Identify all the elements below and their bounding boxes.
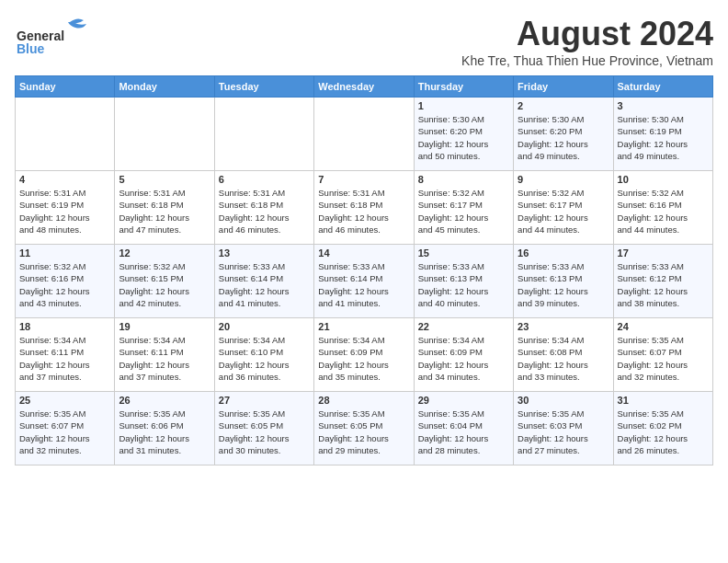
day-info: Sunrise: 5:33 AM Sunset: 6:14 PM Dayligh… <box>318 260 409 309</box>
calendar-week-3: 11Sunrise: 5:32 AM Sunset: 6:16 PM Dayli… <box>16 245 713 318</box>
day-info: Sunrise: 5:34 AM Sunset: 6:08 PM Dayligh… <box>518 334 609 383</box>
calendar-cell: 1Sunrise: 5:30 AM Sunset: 6:20 PM Daylig… <box>414 98 513 171</box>
day-info: Sunrise: 5:35 AM Sunset: 6:07 PM Dayligh… <box>618 334 709 383</box>
day-number: 16 <box>518 247 609 259</box>
day-number: 3 <box>618 100 709 111</box>
day-number: 23 <box>518 321 609 332</box>
calendar-cell <box>16 98 115 171</box>
day-info: Sunrise: 5:31 AM Sunset: 6:19 PM Dayligh… <box>19 187 110 236</box>
day-number: 29 <box>418 395 509 406</box>
day-info: Sunrise: 5:30 AM Sunset: 6:20 PM Dayligh… <box>518 113 609 162</box>
calendar-cell: 26Sunrise: 5:35 AM Sunset: 6:06 PM Dayli… <box>115 392 214 465</box>
logo-svg: General Blue <box>15 15 97 56</box>
page-header: General Blue August 2024 Khe Tre, Thua T… <box>15 15 713 68</box>
calendar-cell: 4Sunrise: 5:31 AM Sunset: 6:19 PM Daylig… <box>16 171 115 245</box>
svg-text:Blue: Blue <box>17 41 45 56</box>
day-number: 5 <box>119 174 210 185</box>
day-info: Sunrise: 5:35 AM Sunset: 6:02 PM Dayligh… <box>618 408 709 456</box>
calendar-header: SundayMondayTuesdayWednesdayThursdayFrid… <box>16 76 713 98</box>
calendar-cell: 12Sunrise: 5:32 AM Sunset: 6:15 PM Dayli… <box>115 245 214 318</box>
day-number: 26 <box>119 395 210 406</box>
day-number: 12 <box>119 247 210 259</box>
day-number: 24 <box>618 321 709 332</box>
calendar-cell: 28Sunrise: 5:35 AM Sunset: 6:05 PM Dayli… <box>314 392 414 465</box>
calendar-week-1: 1Sunrise: 5:30 AM Sunset: 6:20 PM Daylig… <box>16 98 713 171</box>
day-info: Sunrise: 5:35 AM Sunset: 6:07 PM Dayligh… <box>19 408 110 456</box>
calendar-cell: 7Sunrise: 5:31 AM Sunset: 6:18 PM Daylig… <box>314 171 414 245</box>
calendar-table: SundayMondayTuesdayWednesdayThursdayFrid… <box>15 75 713 465</box>
day-number: 13 <box>219 247 310 259</box>
calendar-cell <box>314 98 414 171</box>
logo: General Blue <box>15 15 97 56</box>
calendar-cell: 10Sunrise: 5:32 AM Sunset: 6:16 PM Dayli… <box>613 171 712 245</box>
weekday-header-row: SundayMondayTuesdayWednesdayThursdayFrid… <box>16 76 713 98</box>
calendar-cell <box>214 98 313 171</box>
calendar-cell: 8Sunrise: 5:32 AM Sunset: 6:17 PM Daylig… <box>414 171 513 245</box>
day-info: Sunrise: 5:35 AM Sunset: 6:03 PM Dayligh… <box>518 408 609 456</box>
day-info: Sunrise: 5:32 AM Sunset: 6:16 PM Dayligh… <box>19 260 110 309</box>
calendar-cell: 18Sunrise: 5:34 AM Sunset: 6:11 PM Dayli… <box>16 318 115 392</box>
day-number: 14 <box>318 247 409 259</box>
day-number: 18 <box>19 321 110 332</box>
day-info: Sunrise: 5:34 AM Sunset: 6:09 PM Dayligh… <box>418 334 509 383</box>
calendar-cell: 25Sunrise: 5:35 AM Sunset: 6:07 PM Dayli… <box>16 392 115 465</box>
calendar-week-5: 25Sunrise: 5:35 AM Sunset: 6:07 PM Dayli… <box>16 392 713 465</box>
calendar-cell: 30Sunrise: 5:35 AM Sunset: 6:03 PM Dayli… <box>514 392 613 465</box>
calendar-week-2: 4Sunrise: 5:31 AM Sunset: 6:19 PM Daylig… <box>16 171 713 245</box>
calendar-cell: 27Sunrise: 5:35 AM Sunset: 6:05 PM Dayli… <box>214 392 313 465</box>
day-info: Sunrise: 5:33 AM Sunset: 6:14 PM Dayligh… <box>219 260 310 309</box>
calendar-cell: 23Sunrise: 5:34 AM Sunset: 6:08 PM Dayli… <box>514 318 613 392</box>
day-number: 6 <box>219 174 310 185</box>
month-year-title: August 2024 <box>461 15 713 53</box>
weekday-header-thursday: Thursday <box>414 76 513 98</box>
calendar-week-4: 18Sunrise: 5:34 AM Sunset: 6:11 PM Dayli… <box>16 318 713 392</box>
calendar-cell: 29Sunrise: 5:35 AM Sunset: 6:04 PM Dayli… <box>414 392 513 465</box>
calendar-cell: 15Sunrise: 5:33 AM Sunset: 6:13 PM Dayli… <box>414 245 513 318</box>
day-info: Sunrise: 5:34 AM Sunset: 6:11 PM Dayligh… <box>19 334 110 383</box>
day-info: Sunrise: 5:34 AM Sunset: 6:11 PM Dayligh… <box>119 334 210 383</box>
day-number: 25 <box>19 395 110 406</box>
calendar-cell: 17Sunrise: 5:33 AM Sunset: 6:12 PM Dayli… <box>613 245 712 318</box>
calendar-cell: 20Sunrise: 5:34 AM Sunset: 6:10 PM Dayli… <box>214 318 313 392</box>
day-number: 30 <box>518 395 609 406</box>
weekday-header-monday: Monday <box>115 76 214 98</box>
day-info: Sunrise: 5:31 AM Sunset: 6:18 PM Dayligh… <box>318 187 409 236</box>
day-number: 21 <box>318 321 409 332</box>
day-number: 11 <box>19 247 110 259</box>
day-info: Sunrise: 5:32 AM Sunset: 6:17 PM Dayligh… <box>518 187 609 236</box>
day-info: Sunrise: 5:33 AM Sunset: 6:13 PM Dayligh… <box>418 260 509 309</box>
day-info: Sunrise: 5:35 AM Sunset: 6:05 PM Dayligh… <box>219 408 310 456</box>
day-number: 22 <box>418 321 509 332</box>
day-number: 19 <box>119 321 210 332</box>
day-number: 27 <box>219 395 310 406</box>
calendar-cell: 19Sunrise: 5:34 AM Sunset: 6:11 PM Dayli… <box>115 318 214 392</box>
weekday-header-sunday: Sunday <box>16 76 115 98</box>
calendar-cell: 14Sunrise: 5:33 AM Sunset: 6:14 PM Dayli… <box>314 245 414 318</box>
day-number: 10 <box>618 174 709 185</box>
calendar-cell <box>115 98 214 171</box>
day-info: Sunrise: 5:33 AM Sunset: 6:12 PM Dayligh… <box>618 260 709 309</box>
calendar-cell: 2Sunrise: 5:30 AM Sunset: 6:20 PM Daylig… <box>514 98 613 171</box>
day-info: Sunrise: 5:34 AM Sunset: 6:10 PM Dayligh… <box>219 334 310 383</box>
day-info: Sunrise: 5:31 AM Sunset: 6:18 PM Dayligh… <box>119 187 210 236</box>
day-number: 28 <box>318 395 409 406</box>
day-info: Sunrise: 5:32 AM Sunset: 6:17 PM Dayligh… <box>418 187 509 236</box>
weekday-header-tuesday: Tuesday <box>214 76 313 98</box>
day-info: Sunrise: 5:35 AM Sunset: 6:04 PM Dayligh… <box>418 408 509 456</box>
day-number: 15 <box>418 247 509 259</box>
calendar-cell: 21Sunrise: 5:34 AM Sunset: 6:09 PM Dayli… <box>314 318 414 392</box>
title-block: August 2024 Khe Tre, Thua Thien Hue Prov… <box>461 15 713 68</box>
calendar-cell: 5Sunrise: 5:31 AM Sunset: 6:18 PM Daylig… <box>115 171 214 245</box>
day-number: 4 <box>19 174 110 185</box>
calendar-body: 1Sunrise: 5:30 AM Sunset: 6:20 PM Daylig… <box>16 98 713 465</box>
day-info: Sunrise: 5:33 AM Sunset: 6:13 PM Dayligh… <box>518 260 609 309</box>
calendar-cell: 3Sunrise: 5:30 AM Sunset: 6:19 PM Daylig… <box>613 98 712 171</box>
day-info: Sunrise: 5:32 AM Sunset: 6:15 PM Dayligh… <box>119 260 210 309</box>
calendar-cell: 9Sunrise: 5:32 AM Sunset: 6:17 PM Daylig… <box>514 171 613 245</box>
weekday-header-saturday: Saturday <box>613 76 712 98</box>
calendar-cell: 11Sunrise: 5:32 AM Sunset: 6:16 PM Dayli… <box>16 245 115 318</box>
day-number: 9 <box>518 174 609 185</box>
day-info: Sunrise: 5:35 AM Sunset: 6:05 PM Dayligh… <box>318 408 409 456</box>
day-number: 1 <box>418 100 509 111</box>
calendar-cell: 24Sunrise: 5:35 AM Sunset: 6:07 PM Dayli… <box>613 318 712 392</box>
